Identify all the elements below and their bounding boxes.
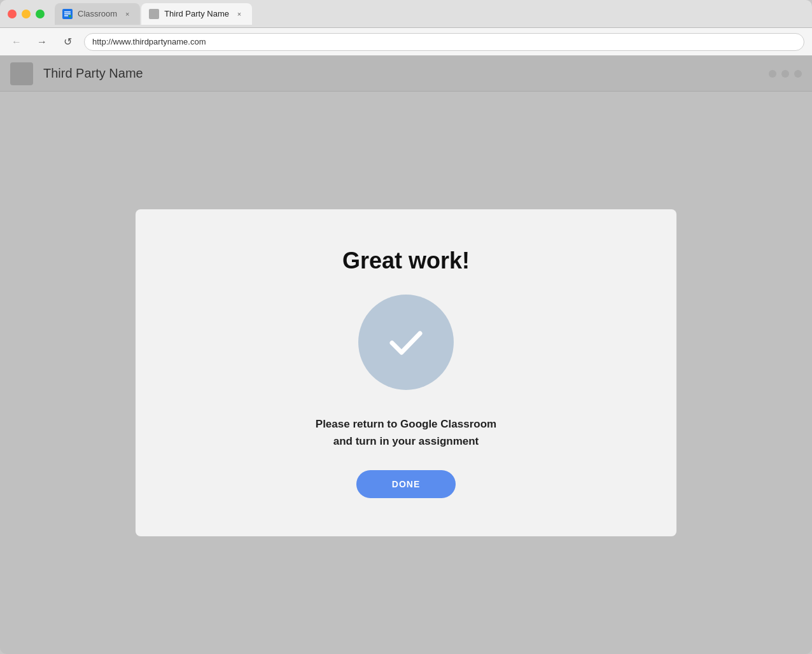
svg-rect-3 [64, 15, 68, 17]
success-message: Please return to Google Classroom and tu… [316, 415, 496, 450]
back-button[interactable]: ← [8, 33, 25, 51]
success-title: Great work! [342, 247, 470, 274]
header-dot-1 [769, 70, 776, 78]
app-header-dots [769, 70, 802, 78]
app-header: Third Party Name [0, 56, 812, 92]
tab-third-party-close[interactable]: × [234, 9, 244, 19]
classroom-favicon-icon [62, 9, 73, 19]
page-content: Great work! Please return to Google Clas… [0, 92, 812, 654]
title-bar: Classroom × Third Party Name × [0, 0, 812, 28]
maximize-window-button[interactable] [36, 10, 45, 18]
tab-classroom[interactable]: Classroom × [55, 3, 140, 25]
url-input[interactable] [84, 33, 804, 51]
header-dot-2 [781, 70, 789, 78]
tab-third-party-label: Third Party Name [164, 9, 229, 18]
minimize-window-button[interactable] [22, 10, 31, 18]
svg-rect-1 [64, 11, 71, 13]
checkmark-icon [383, 319, 429, 365]
success-icon-circle [358, 295, 454, 390]
svg-point-4 [69, 15, 71, 17]
header-dot-3 [794, 70, 802, 78]
tab-classroom-close[interactable]: × [122, 9, 132, 19]
svg-rect-5 [149, 9, 159, 19]
browser-frame: Classroom × Third Party Name × ← → ↺ Thi… [0, 0, 812, 654]
third-party-favicon-icon [149, 9, 159, 19]
tab-third-party[interactable]: Third Party Name × [141, 3, 252, 25]
close-window-button[interactable] [8, 10, 17, 18]
svg-rect-2 [64, 13, 71, 15]
address-bar: ← → ↺ [0, 28, 812, 56]
reload-button[interactable]: ↺ [59, 33, 76, 51]
success-message-line2: and turn in your assignment [333, 435, 479, 447]
done-button[interactable]: DONE [356, 470, 456, 498]
window-controls [8, 10, 45, 18]
tabs-bar: Classroom × Third Party Name × [55, 3, 804, 25]
app-logo-icon [10, 62, 33, 85]
success-card: Great work! Please return to Google Clas… [136, 209, 676, 536]
app-title: Third Party Name [43, 66, 769, 81]
forward-button[interactable]: → [33, 33, 51, 51]
tab-classroom-label: Classroom [78, 9, 117, 18]
success-message-line1: Please return to Google Classroom [316, 418, 496, 430]
